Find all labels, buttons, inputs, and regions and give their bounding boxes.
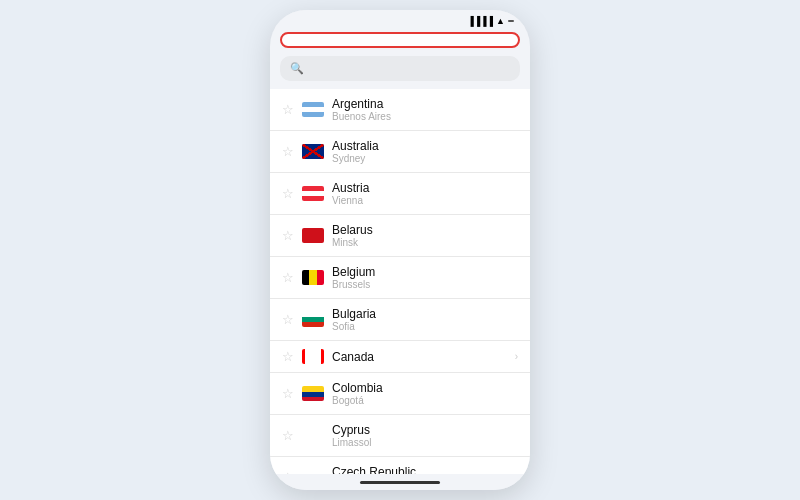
favorite-icon[interactable]: ☆ xyxy=(282,312,294,327)
list-item[interactable]: ☆ Austria Vienna xyxy=(270,173,530,215)
country-info: Czech Republic Prague xyxy=(332,465,518,474)
country-name: Belgium xyxy=(332,265,518,279)
list-item[interactable]: ☆ Bulgaria Sofia xyxy=(270,299,530,341)
favorite-icon[interactable]: ☆ xyxy=(282,428,294,443)
country-info: Cyprus Limassol xyxy=(332,423,518,448)
country-city: Sydney xyxy=(332,153,518,164)
flag-co xyxy=(302,386,324,401)
signal-icon: ▐▐▐▐ xyxy=(468,16,494,26)
favorite-icon[interactable]: ☆ xyxy=(282,186,294,201)
nav-bar xyxy=(280,32,520,48)
country-city: Vienna xyxy=(332,195,518,206)
favorite-icon[interactable]: ☆ xyxy=(282,228,294,243)
list-item[interactable]: ☆ Czech Republic Prague xyxy=(270,457,530,474)
flag-bg xyxy=(302,312,324,327)
list-item[interactable]: ☆ Argentina Buenos Aires xyxy=(270,89,530,131)
flag-cz xyxy=(302,470,324,474)
status-bar: ▐▐▐▐ ▲ xyxy=(270,10,530,28)
list-item[interactable]: ☆ Australia Sydney xyxy=(270,131,530,173)
phone-frame: ▐▐▐▐ ▲ 🔍 ☆ Argentina Buenos Aires ☆ Aust… xyxy=(270,10,530,490)
country-name: Bulgaria xyxy=(332,307,518,321)
favorite-icon[interactable]: ☆ xyxy=(282,386,294,401)
country-info: Australia Sydney xyxy=(332,139,518,164)
country-info: Colombia Bogotá xyxy=(332,381,518,406)
country-name: Czech Republic xyxy=(332,465,518,474)
list-item[interactable]: ☆ Cyprus Limassol xyxy=(270,415,530,457)
list-item[interactable]: ☆ Colombia Bogotá xyxy=(270,373,530,415)
bottom-bar xyxy=(270,474,530,490)
favorite-icon[interactable]: ☆ xyxy=(282,144,294,159)
country-city: Brussels xyxy=(332,279,518,290)
favorite-icon[interactable]: ☆ xyxy=(282,102,294,117)
country-city: Sofia xyxy=(332,321,518,332)
country-name: Canada xyxy=(332,350,511,364)
list-item[interactable]: ☆ Canada › xyxy=(270,341,530,373)
status-icons: ▐▐▐▐ ▲ xyxy=(468,16,514,26)
flag-be xyxy=(302,270,324,285)
country-info: Belarus Minsk xyxy=(332,223,518,248)
country-name: Australia xyxy=(332,139,518,153)
home-indicator xyxy=(360,481,440,484)
country-name: Argentina xyxy=(332,97,518,111)
search-bar[interactable]: 🔍 xyxy=(280,56,520,81)
country-info: Argentina Buenos Aires xyxy=(332,97,518,122)
battery-badge xyxy=(508,20,514,22)
country-city: Minsk xyxy=(332,237,518,248)
list-item[interactable]: ☆ Belarus Minsk xyxy=(270,215,530,257)
flag-ar xyxy=(302,102,324,117)
list-item[interactable]: ☆ Belgium Brussels xyxy=(270,257,530,299)
chevron-icon: › xyxy=(515,351,518,362)
locations-list: ☆ Argentina Buenos Aires ☆ Australia Syd… xyxy=(270,89,530,474)
flag-au xyxy=(302,144,324,159)
country-name: Cyprus xyxy=(332,423,518,437)
flag-at xyxy=(302,186,324,201)
country-name: Austria xyxy=(332,181,518,195)
favorite-icon[interactable]: ☆ xyxy=(282,270,294,285)
flag-ca xyxy=(302,349,324,364)
country-name: Belarus xyxy=(332,223,518,237)
country-city: Bogotá xyxy=(332,395,518,406)
country-city: Buenos Aires xyxy=(332,111,518,122)
country-info: Bulgaria Sofia xyxy=(332,307,518,332)
country-name: Colombia xyxy=(332,381,518,395)
favorite-icon[interactable]: ☆ xyxy=(282,349,294,364)
flag-by xyxy=(302,228,324,243)
search-icon: 🔍 xyxy=(290,62,304,75)
flag-cy xyxy=(302,428,324,443)
wifi-icon: ▲ xyxy=(496,16,505,26)
country-info: Belgium Brussels xyxy=(332,265,518,290)
country-info: Canada xyxy=(332,350,511,364)
country-city: Limassol xyxy=(332,437,518,448)
country-info: Austria Vienna xyxy=(332,181,518,206)
